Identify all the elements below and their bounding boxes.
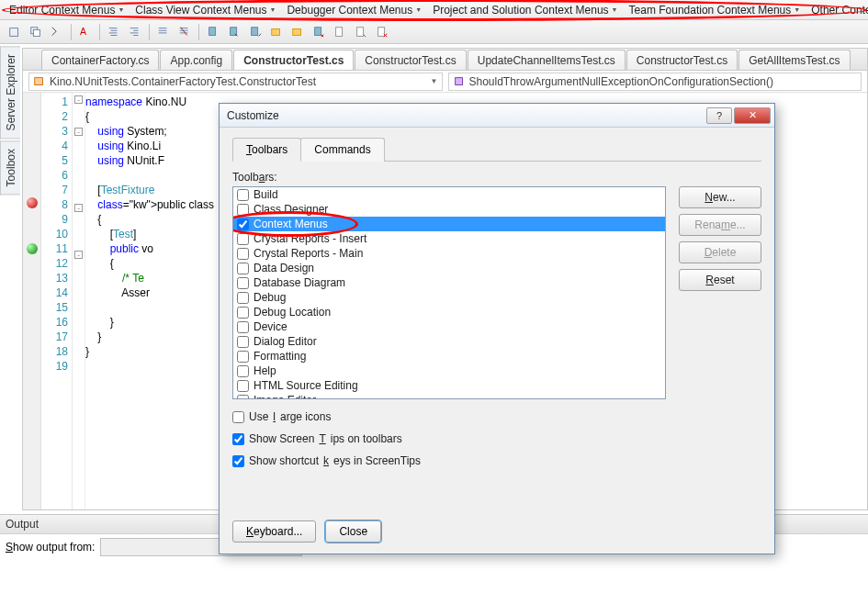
indent-increase-icon[interactable] [126,23,144,41]
close-button[interactable]: Close [325,520,381,543]
toolbar-checkbox[interactable] [237,307,249,319]
toolbar-list-item[interactable]: Debug [233,290,665,305]
toolbar-item-label: Class Designer [254,203,328,216]
toolbar-checkbox[interactable] [237,189,249,201]
toolbar-checkbox[interactable] [237,336,249,348]
method-icon [453,75,466,88]
close-x-button[interactable]: ✕ [734,107,771,124]
dialog-title: Customize [227,109,705,122]
svg-rect-14 [455,77,462,84]
bookmark-toggle-icon[interactable] [204,23,222,41]
doc-tab[interactable]: App.config [160,50,232,70]
chevron-down-icon: ▼ [415,6,422,13]
keyboard-button[interactable]: Keyboard... [232,520,316,543]
toolbar-item-label: Device [254,320,287,333]
toolbar-btn-3[interactable] [48,23,66,41]
bookmark-prev-icon[interactable] [225,23,243,41]
toolbar-list-item[interactable]: Crystal Reports - Main [233,246,665,261]
toolbar-btn-doc3[interactable] [373,23,391,41]
toolbar-checkbox[interactable] [237,395,249,400]
toolbar-item-label: Context Menus [254,218,328,230]
toolbar-list-item[interactable]: HTML Source Editing [233,378,665,393]
toolbar-list-item[interactable]: Build [233,187,665,202]
menu-project-solution-context[interactable]: Project and Solution Context Menus▼ [429,2,621,18]
doc-tab[interactable]: UpdateChannelItemsTest.cs [468,50,626,70]
chevron-down-icon: ▼ [612,6,618,13]
toolbar-checkbox[interactable] [237,351,249,363]
toolbar-btn-doc2[interactable] [352,23,370,41]
breakpoint-gutter[interactable] [23,93,41,509]
menu-classview-context[interactable]: Class View Context Menus▼ [131,2,279,18]
toolbar-list-item[interactable]: Help [233,364,665,378]
toolbar-checkbox[interactable] [237,365,249,377]
bookmark-folder-prev-icon[interactable] [267,23,286,41]
reset-button[interactable]: Reset [679,269,761,291]
toolbar-list-item[interactable]: Data Design [233,261,665,275]
toolbar-checkbox[interactable] [237,292,249,304]
toolbars-listbox[interactable]: BuildClass DesignerContext MenusCrystal … [232,186,666,399]
bookmark-folder-next-icon[interactable] [288,23,307,41]
tab-toolbars[interactable]: Toolbars [232,138,301,162]
uncomment-icon[interactable] [175,23,194,41]
chevron-down-icon: ▼ [794,6,800,13]
toolbar-btn-4[interactable]: A [76,23,95,41]
doc-tab[interactable]: ContainerFactory.cs [41,50,159,70]
toolbar-list-item[interactable]: Image Editor [233,393,665,399]
new-button[interactable]: New... [679,186,761,208]
toolbar-item-label: Crystal Reports - Main [254,247,363,260]
help-button[interactable]: ? [706,107,732,124]
class-icon [33,75,46,88]
doc-tab[interactable]: ConstructorTest.cs [355,50,466,70]
toolbar-item-label: Debug [254,291,286,304]
menu-team-foundation-context[interactable]: Team Foundation Context Menus▼ [626,2,805,18]
toolbar-list-item[interactable]: Device [233,319,665,334]
toolbar-action-buttons: New... Rename... Delete Reset [679,186,761,399]
opt-shortcut-keys[interactable]: Show shortcut keys in ScreenTips [232,454,761,467]
toolbar-list-item[interactable]: Database Diagram [233,275,665,290]
toolbox-tab[interactable]: Toolbox [0,140,20,195]
tab-commands[interactable]: Commands [300,138,384,162]
folding-gutter[interactable]: ---- [73,93,85,509]
toolbar-list-item[interactable]: Dialog Editor [233,334,665,349]
toolbar-list-item[interactable]: Formatting [233,349,665,364]
toolbar-item-label: Dialog Editor [254,335,317,348]
menu-other-context[interactable]: Other Context Me▼ [807,2,868,18]
svg-rect-9 [315,27,321,35]
crumb-member[interactable]: ShouldThrowArgumentNullExceptionOnConfig… [448,73,862,91]
comment-icon[interactable] [154,23,173,41]
standard-toolbar: A [0,20,868,44]
context-menus-menubar: Editor Context Menus▼ Class View Context… [0,0,868,20]
toolbar-checkbox[interactable] [237,248,249,260]
server-explorer-tab[interactable]: Server Explorer [0,46,20,139]
dialog-titlebar[interactable]: Customize ? ✕ [220,104,774,128]
opt-screentips[interactable]: Show ScreenTips on toolbars [232,432,761,445]
svg-text:A: A [80,26,86,37]
doc-tab[interactable]: GetAllItemsTest.cs [738,50,850,70]
toolbar-checkbox[interactable] [237,277,249,289]
toolbar-checkbox[interactable] [237,321,249,333]
toolbar-list-item[interactable]: Debug Location [233,305,665,319]
svg-rect-8 [293,28,301,35]
menu-editor-context[interactable]: Editor Context Menus▼ [6,2,128,18]
menu-debugger-context[interactable]: Debugger Context Menus▼ [283,2,425,18]
bookmark-next-icon[interactable] [246,23,265,41]
toolbar-list-item[interactable]: Context Menus [233,217,665,231]
doc-tab[interactable]: ConstructorTest.cs [626,50,738,70]
toolbar-btn-1[interactable] [6,23,24,41]
indent-decrease-icon[interactable] [105,23,123,41]
svg-rect-6 [252,27,258,35]
doc-tab-active[interactable]: ConstructorTest.cs [233,50,354,70]
toolbar-list-item[interactable]: Crystal Reports - Insert [233,231,665,246]
bookmark-clear-icon[interactable] [310,23,328,41]
opt-large-icons[interactable]: Use large icons [232,410,761,423]
toolbar-btn-doc1[interactable] [331,23,349,41]
toolbar-checkbox[interactable] [237,380,249,392]
toolbar-checkbox[interactable] [237,204,249,216]
crumb-type[interactable]: Kino.NUnitTests.ContainerFactoryTest.Con… [28,73,443,91]
toolbar-btn-2[interactable] [27,23,45,41]
toolbar-checkbox[interactable] [237,263,249,274]
toolbar-list-item[interactable]: Class Designer [233,202,665,217]
chevron-down-icon: ▼ [118,6,124,13]
toolbar-checkbox[interactable] [237,233,249,245]
toolbar-checkbox[interactable] [237,218,249,230]
